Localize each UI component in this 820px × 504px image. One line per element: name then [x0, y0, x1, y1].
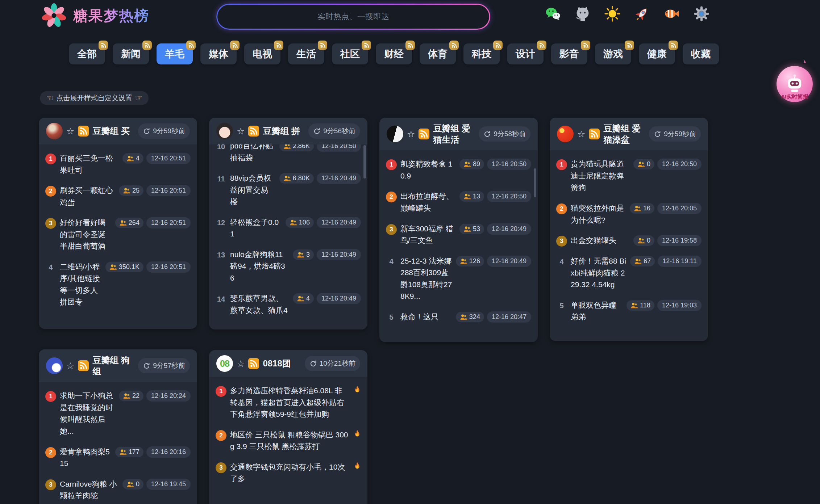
item-title[interactable]: nulo金牌狗粮11磅94，烘焙4磅36 — [230, 249, 289, 284]
item-title[interactable]: 二维码/小程序/其他链接等一切多人拼团专 — [60, 261, 102, 308]
nav-tab[interactable]: 生活 — [288, 43, 324, 64]
refresh-time-badge[interactable]: 9分59秒前 — [138, 123, 190, 139]
refresh-icon — [313, 127, 321, 135]
refresh-icon — [143, 127, 150, 135]
rss-icon[interactable] — [78, 360, 89, 371]
item-title[interactable]: 出布拉迪酵母、巅峰罐头 — [400, 190, 456, 214]
fish-icon[interactable] — [663, 5, 680, 22]
item-title[interactable]: 多力尚选压榨特香菜籽油6.08L 非转基因，猫超首页进入超级补贴右下角悬浮窗领5… — [230, 385, 349, 420]
item-title[interactable]: 单眼双色异瞳弟弟 — [571, 299, 623, 323]
item-title[interactable]: 求助一下小狗总是在我睡觉的时候叫醒我然后她... — [60, 390, 115, 437]
refresh-icon — [309, 360, 317, 368]
refresh-time-badge[interactable]: 9分56秒前 — [308, 123, 360, 139]
item-title[interactable]: Carnilove狗粮 小颗粒羊肉鸵 — [60, 478, 119, 502]
nav-tab[interactable]: 全部 — [69, 43, 105, 64]
nav-tab[interactable]: 新闻 — [113, 43, 149, 64]
wechat-icon[interactable] — [544, 5, 562, 22]
gear-icon[interactable] — [693, 5, 710, 22]
nav-tab[interactable]: 财经 — [376, 43, 412, 64]
grid-column: ☆豆瓣组 买9分59秒前1百丽买三免一松果吐司412-16 20:512刷券买一… — [39, 118, 197, 504]
ai-briefing-button[interactable]: AI实时简报 — [777, 66, 813, 102]
people-icon — [634, 205, 641, 212]
list-item: 3Carnilove狗粮 小颗粒羊肉鸵012-16 19:45 — [45, 474, 191, 504]
view-count-badge: 67 — [630, 256, 655, 266]
github-icon[interactable] — [574, 5, 591, 22]
item-title[interactable]: 好价！无需88 Bixbi纯鲜肉猫粮 229.32 4.54kg — [571, 255, 627, 291]
refresh-time-badge[interactable]: 9分57秒前 — [138, 358, 190, 373]
favorite-star-icon[interactable]: ☆ — [407, 130, 415, 139]
item-title[interactable]: 25-12-3 法米娜288百利309蓝爵108奥那特278K9... — [400, 255, 452, 302]
rss-icon[interactable] — [419, 129, 429, 139]
nav-tab[interactable]: 设计 — [507, 43, 544, 64]
candy-logo-icon[interactable] — [41, 2, 67, 29]
favorite-star-icon[interactable]: ☆ — [66, 361, 74, 370]
card-title[interactable]: 0818团 — [263, 358, 301, 369]
item-time-badge: 12-16 20:49 — [317, 249, 361, 260]
card-title[interactable]: 豆瓣组 爱猫澡盆 — [603, 123, 645, 145]
item-badges — [352, 462, 361, 470]
nav-tab[interactable]: 科技 — [463, 43, 500, 64]
rss-icon[interactable] — [589, 129, 600, 139]
favorite-star-icon[interactable]: ☆ — [66, 127, 74, 136]
item-title[interactable]: 好价好看好喝的雷司令圣诞半甜白葡萄酒 — [60, 217, 112, 252]
search-input[interactable] — [217, 5, 489, 29]
card-title[interactable]: 豆瓣组 爱猫生活 — [433, 123, 475, 145]
rank-badge: 3 — [216, 462, 226, 473]
style-settings-toggle[interactable]: ☜ 点击展开样式自定义设置 ☞ — [40, 91, 149, 105]
rank-badge: 3 — [386, 224, 397, 235]
item-title[interactable]: 交通数字钱包充闪动有小毛，10次了多 — [230, 461, 349, 485]
item-title[interactable]: 88vip会员权益闲置交易楼 — [230, 172, 276, 208]
nav-tab[interactable]: 游戏 — [595, 43, 631, 64]
card-title[interactable]: 豆瓣组 拼 — [263, 125, 305, 136]
item-title[interactable]: 贵为猫玩具隧道迪士尼限定款弹簧狗 — [571, 158, 630, 194]
refresh-time-badge[interactable]: 9分58秒前 — [479, 126, 530, 142]
view-count: 67 — [644, 257, 651, 265]
rss-icon[interactable] — [248, 358, 259, 369]
cursor-arrow-icon — [802, 59, 808, 66]
list-item: 1求助一下小狗总是在我睡觉的时候叫醒我然后她...2212-16 20:24 — [45, 386, 191, 441]
item-title[interactable]: 刷券买一颗红心鸡蛋 — [60, 185, 115, 208]
item-title[interactable]: 新车300福摩 猎鸟/三文鱼 — [400, 223, 456, 247]
tab-label: 社区 — [340, 49, 360, 59]
item-title[interactable]: 地区价 三只松鼠 粗粮谷物锅巴 300g 3.9 三只松鼠 黑松露苏打 — [230, 429, 349, 453]
card-title[interactable]: 豆瓣组 买 — [92, 125, 134, 136]
list-item: 3出金交猫罐头012-16 19:58 — [556, 230, 702, 251]
view-count-badge: 6.80K — [279, 173, 314, 184]
refresh-icon — [483, 130, 491, 138]
item-title[interactable]: 轻松熊盒子0.01 — [230, 217, 282, 240]
refresh-time-badge[interactable]: 10分21秒前 — [305, 356, 360, 371]
nav-tab[interactable]: 电视 — [244, 43, 280, 64]
people-icon — [290, 219, 297, 226]
favorite-star-icon[interactable]: ☆ — [237, 359, 245, 368]
item-badges: 12612-16 20:49 — [456, 256, 531, 267]
favorite-star-icon[interactable]: ☆ — [237, 127, 245, 136]
nav-tab[interactable]: 体育 — [420, 43, 456, 64]
nav-tab[interactable]: 影音 — [551, 43, 587, 64]
nav-tab[interactable]: 羊毛 — [157, 43, 193, 64]
item-title[interactable]: 斐乐蕨草男款、蕨草女款、猫爪4 — [230, 293, 289, 316]
view-count-badge: 0 — [122, 479, 143, 490]
people-icon — [126, 155, 134, 162]
favorite-star-icon[interactable]: ☆ — [577, 130, 585, 139]
item-title[interactable]: 猫突然拉外面是为什么呢? — [571, 202, 626, 226]
sun-icon[interactable] — [604, 5, 621, 22]
item-title[interactable]: 百丽买三免一松果吐司 — [60, 152, 119, 176]
nav-tab[interactable]: 媒体 — [200, 43, 237, 64]
rss-icon[interactable] — [78, 126, 89, 136]
scrollbar-thumb[interactable] — [534, 168, 536, 197]
list-item: 1188vip会员权益闲置交易楼6.80K12-16 20:49 — [216, 168, 361, 212]
item-time-badge: 12-16 20:51 — [146, 153, 191, 164]
rocket-icon[interactable] — [633, 5, 651, 22]
item-title[interactable]: 凯姿精致餐盒 10.9 — [400, 158, 456, 182]
refresh-time-badge[interactable]: 9分59秒前 — [649, 126, 701, 142]
scrollbar-thumb[interactable] — [363, 145, 366, 178]
nav-tab[interactable]: 收藏 — [683, 43, 719, 64]
rss-icon[interactable] — [248, 126, 259, 136]
card-avatar: 08 — [216, 355, 233, 372]
nav-tab[interactable]: 健康 — [639, 43, 675, 64]
item-title[interactable]: 爱肯拿鸭肉梨515 — [60, 446, 112, 470]
card-title[interactable]: 豆瓣组 狗组 — [92, 354, 134, 377]
item-title[interactable]: 救命！这只 — [400, 311, 452, 323]
item-title[interactable]: 出金交猫罐头 — [571, 235, 630, 247]
nav-tab[interactable]: 社区 — [332, 43, 368, 64]
